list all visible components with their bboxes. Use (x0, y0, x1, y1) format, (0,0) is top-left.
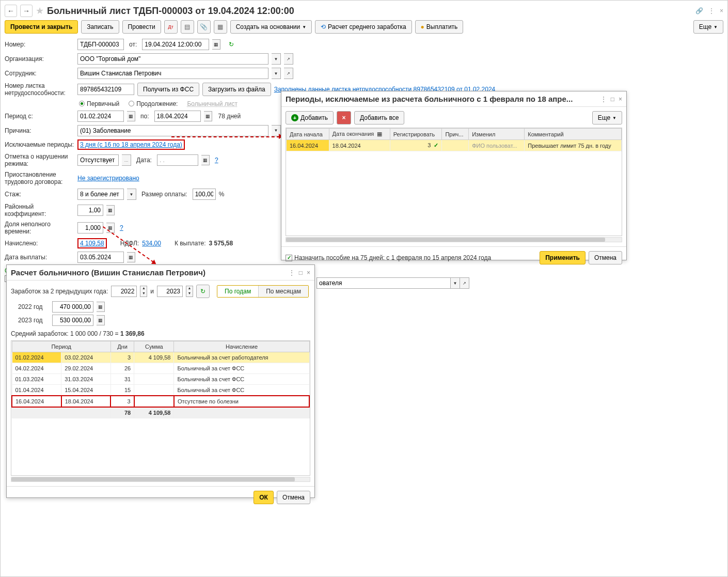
year1-input[interactable] (111, 286, 137, 297)
org-open-button[interactable]: ↗ (284, 53, 293, 65)
refresh-icon[interactable]: ↻ (229, 41, 234, 48)
payment-pct-input[interactable] (193, 189, 216, 200)
more-button[interactable]: Еще ▼ (693, 20, 723, 34)
periods-scrollbar[interactable] (286, 237, 622, 242)
date-input[interactable] (142, 39, 209, 50)
dialog-close-icon[interactable]: × (307, 269, 310, 276)
add-button[interactable]: + Добавить (286, 111, 334, 124)
link-icon[interactable]: 🔗 (695, 7, 703, 14)
close-icon[interactable]: × (720, 7, 723, 14)
experience-input[interactable] (77, 189, 124, 200)
by-years-tab[interactable]: По годам (217, 286, 259, 297)
periods-row[interactable]: 16.04.2024 18.04.2024 3 ✓ ФИО пользоват.… (287, 140, 622, 151)
add-all-button[interactable]: Добавить все (354, 111, 404, 124)
col-changed[interactable]: Изменил (469, 129, 525, 140)
pay-button[interactable]: ● Выплатить (415, 20, 464, 34)
responsible-input[interactable] (316, 277, 451, 289)
year2-spinner[interactable]: ▲▼ (186, 286, 193, 297)
by-months-tab[interactable]: По месяцам (259, 286, 308, 297)
responsible-open-button[interactable]: ↗ (460, 277, 469, 289)
period-from-input[interactable] (77, 111, 124, 122)
post-button[interactable]: Провести (122, 20, 161, 34)
regional-input[interactable] (77, 205, 103, 216)
number-input[interactable] (77, 39, 124, 50)
violation-dropdown-button[interactable]: … (122, 154, 131, 166)
load-file-button[interactable]: Загрузить из файла (202, 83, 271, 96)
save-button[interactable]: Записать (81, 20, 119, 34)
menu-icon[interactable]: ⋮ (708, 7, 715, 14)
col-reg[interactable]: Регистрировать (390, 129, 442, 140)
col-reason[interactable]: Прич... (442, 129, 469, 140)
year2-input[interactable] (157, 286, 183, 297)
get-fss-button[interactable]: Получить из ФСС (137, 83, 199, 96)
to-pay-label: К выплате: (175, 240, 206, 247)
calc-row[interactable]: 01.04.202415.04.202415Больничный за счет… (12, 385, 309, 396)
col-period[interactable]: Период (12, 341, 110, 352)
col-comment[interactable]: Комментарий (525, 129, 622, 140)
ndfl-link[interactable]: 534,00 (142, 240, 161, 247)
dialog-menu-icon[interactable]: ⋮ (600, 96, 607, 103)
col-accrual[interactable]: Начисление (174, 341, 309, 352)
refresh-button[interactable]: ↻ (196, 285, 210, 298)
violation-input[interactable] (77, 154, 119, 166)
periods-more-button[interactable]: Еще ▼ (592, 111, 622, 124)
dialog-close-icon[interactable]: × (619, 96, 622, 103)
calendar-icon[interactable]: ▦ (212, 39, 220, 50)
calc-row[interactable]: 16.04.202418.04.20243Отсутствие по болез… (12, 396, 309, 407)
create-based-button[interactable]: Создать на основании ▼ (230, 20, 312, 34)
calc-icon[interactable]: ▦ (97, 315, 105, 325)
violation-date-input[interactable] (157, 154, 198, 166)
employee-dropdown-button[interactable]: ▼ (272, 68, 281, 79)
report-icon[interactable]: ▤ (181, 20, 194, 34)
calc-icon[interactable]: ▦ (106, 205, 115, 215)
violation-date-label: Дата: (136, 157, 152, 164)
col-sum[interactable]: Сумма (134, 341, 174, 352)
employee-input[interactable] (77, 68, 268, 79)
dt-kt-icon[interactable]: Дт (164, 20, 178, 34)
calendar-icon[interactable]: ▦ (204, 111, 212, 121)
responsible-dropdown-button[interactable]: ▼ (451, 277, 460, 289)
ok-button[interactable]: ОК (254, 491, 274, 504)
calc-row[interactable]: 04.02.202429.02.202426Больничный за счет… (12, 363, 309, 374)
help-icon[interactable]: ? (120, 224, 123, 231)
col-days[interactable]: Дни (110, 341, 134, 352)
experience-dropdown-button[interactable]: ▼ (127, 189, 136, 200)
calc-avg-button[interactable]: ⟲ Расчет среднего заработка (315, 20, 412, 34)
continuation-radio[interactable]: Продолжение: (129, 100, 178, 107)
reason-input[interactable] (77, 125, 268, 136)
employee-open-button[interactable]: ↗ (284, 68, 293, 79)
period-to-input[interactable] (154, 111, 201, 122)
calendar-icon[interactable]: ▦ (127, 111, 135, 121)
nav-back-button[interactable]: ← (5, 5, 17, 17)
calendar-icon[interactable]: ▦ (201, 155, 210, 165)
post-and-close-button[interactable]: Провести и закрыть (5, 20, 78, 34)
y2022-input[interactable] (52, 301, 93, 313)
calc-row[interactable]: 01.02.202403.02.202434 109,58Больничный … (12, 352, 309, 363)
calc-icon[interactable]: ▦ (97, 302, 105, 312)
org-input[interactable] (77, 53, 268, 65)
attach-icon[interactable]: 📎 (197, 20, 211, 34)
excluded-periods-link[interactable]: 3 дня (с 16 по 18 апреля 2024 года) (80, 141, 182, 148)
y2023-input[interactable] (52, 315, 93, 326)
suspension-link[interactable]: Не зарегистрировано (77, 175, 139, 182)
nav-forward-button[interactable]: → (20, 5, 33, 17)
cert-no-input[interactable] (77, 84, 134, 95)
primary-radio[interactable]: Первичный (79, 100, 119, 107)
org-dropdown-button[interactable]: ▼ (272, 53, 281, 65)
col-start[interactable]: Дата начала (287, 129, 329, 140)
col-end[interactable]: Дата окончания ▦ (329, 129, 390, 140)
dialog-maximize-icon[interactable]: □ (611, 96, 614, 103)
dialog-menu-icon[interactable]: ⋮ (289, 269, 295, 276)
delete-button[interactable]: × (337, 111, 351, 124)
periods-cancel-button[interactable]: Отмена (589, 251, 622, 264)
calc-row[interactable]: 01.03.202431.03.202431Больничный за счет… (12, 374, 309, 385)
help-icon[interactable]: ? (215, 157, 218, 164)
assign-benefit-checkbox[interactable]: ✓Назначить пособие на 75 дней: с 1 февра… (286, 254, 491, 261)
year1-spinner[interactable]: ▲▼ (140, 286, 147, 297)
calc-scrollbar[interactable] (11, 477, 310, 482)
print-icon[interactable]: ▦ (214, 20, 227, 34)
apply-button[interactable]: Применить (540, 251, 585, 264)
favorite-icon[interactable]: ★ (36, 5, 44, 17)
calc-cancel-button[interactable]: Отмена (277, 491, 310, 504)
dialog-maximize-icon[interactable]: □ (299, 269, 303, 276)
